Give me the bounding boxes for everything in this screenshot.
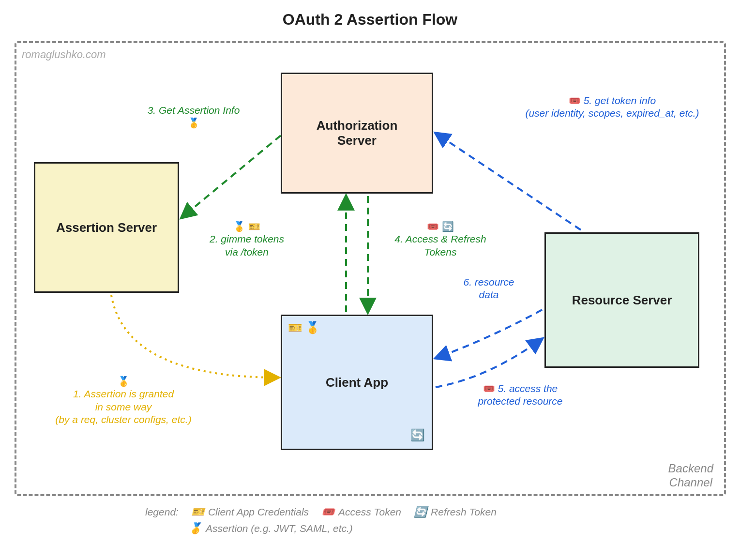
ticket-pink-icon: 🎟️ [427, 221, 439, 233]
step-2-text: 2. gimme tokensvia /token [210, 233, 284, 257]
ticket-yellow-icon: 🎫 [288, 321, 302, 334]
node-assertion-server: Assertion Server [34, 162, 179, 293]
legend-client-creds: 🎫 Client App Credentials [191, 506, 309, 518]
ticket-pink-icon: 🎟️ [569, 95, 581, 107]
node-authorization-server: AuthorizationServer [281, 73, 433, 194]
node-client-label: Client App [326, 375, 388, 390]
medal-icon: 🥇 [118, 376, 130, 388]
legend-client-creds-text: Client App Credentials [208, 506, 309, 518]
ticket-pink-icon: 🎟️ [483, 383, 495, 395]
legend-access-token-text: Access Token [338, 506, 401, 518]
node-client-app: 🎫 🥇 🔄 Client App [281, 315, 433, 450]
legend-access-token: 🎟️ Access Token [321, 506, 401, 518]
refresh-icon: 🔄 [414, 506, 427, 518]
node-resource-server: Resource Server [544, 232, 699, 368]
node-resource-label: Resource Server [572, 293, 672, 308]
ticket-pink-icon: 🎟️ [321, 506, 334, 518]
step-1-label: 🥇 1. Assertion is grantedin some way(by … [34, 375, 213, 426]
medal-icon: 🥇 [305, 321, 320, 334]
ticket-yellow-icon: 🎫 [248, 221, 260, 233]
refresh-icon: 🔄 [442, 221, 454, 233]
legend-refresh-token: 🔄 Refresh Token [414, 506, 497, 518]
watermark-label: romaglushko.com [22, 48, 106, 61]
step-5b-label: 🎟️ 5. get token info(user identity, scop… [506, 94, 719, 120]
step-4-label: 🎟️ 🔄 4. Access & RefreshTokens [378, 220, 503, 258]
step-3-label: 3. Get Assertion Info 🥇 [121, 104, 266, 130]
step-5b-text: 5. get token info(user identity, scopes,… [525, 95, 699, 119]
step-4-text: 4. Access & RefreshTokens [394, 233, 486, 257]
step-2-label: 🥇 🎫 2. gimme tokensvia /token [179, 220, 315, 258]
node-auth-label: AuthorizationServer [317, 118, 398, 148]
legend: legend: 🎫 Client App Credentials 🎟️ Acce… [145, 506, 610, 535]
step-6-text: 6. resourcedata [463, 276, 514, 300]
step-5a-label: 🎟️ 5. access theprotected resource [460, 382, 581, 408]
medal-icon: 🥇 [188, 117, 200, 129]
medal-icon: 🥇 [189, 522, 202, 535]
medal-icon: 🥇 [233, 221, 245, 233]
step-3-text: 3. Get Assertion Info [148, 105, 240, 116]
step-1-text: 1. Assertion is grantedin some way(by a … [55, 388, 191, 425]
ticket-yellow-icon: 🎫 [191, 506, 204, 518]
legend-label: legend: [145, 506, 179, 518]
step-6-label: 6. resourcedata [440, 276, 537, 302]
diagram-title: OAuth 2 Assertion Flow [0, 11, 740, 29]
backend-channel-label: BackendChannel [668, 462, 713, 490]
refresh-icon: 🔄 [410, 428, 425, 442]
node-assertion-label: Assertion Server [56, 220, 157, 235]
legend-assertion-text: Assertion (e.g. JWT, SAML, etc.) [206, 523, 353, 534]
legend-refresh-token-text: Refresh Token [431, 506, 497, 518]
legend-assertion: 🥇 Assertion (e.g. JWT, SAML, etc.) [189, 522, 353, 535]
